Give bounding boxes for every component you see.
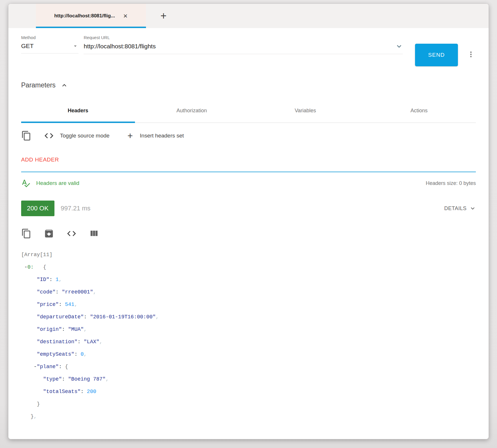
insert-headers-set-button[interactable]: + Insert headers set bbox=[127, 131, 184, 140]
json-punctuation: : bbox=[56, 289, 62, 295]
toggle-source-mode-button[interactable]: Toggle source mode bbox=[44, 131, 109, 141]
tab-authorization[interactable]: Authorization bbox=[135, 105, 249, 122]
add-header-button[interactable]: ADD HEADER bbox=[21, 157, 59, 163]
json-punctuation bbox=[21, 364, 34, 370]
response-time: 997.21 ms bbox=[61, 205, 91, 212]
json-number: 0 bbox=[81, 351, 84, 357]
json-line: } bbox=[21, 398, 476, 410]
json-line: "price": 541, bbox=[21, 298, 476, 311]
chevron-down-icon[interactable] bbox=[395, 43, 403, 50]
json-punctuation: , bbox=[106, 376, 109, 382]
spellcheck-icon bbox=[21, 179, 30, 188]
request-tab[interactable]: http://localhost:8081/flig... ✕ bbox=[36, 4, 146, 28]
json-punctuation: : bbox=[62, 376, 68, 382]
method-value: GET bbox=[21, 43, 34, 49]
json-punctuation: : bbox=[74, 351, 81, 357]
json-punctuation: , bbox=[84, 351, 87, 357]
method-label: Method bbox=[21, 35, 78, 40]
table-view-button[interactable] bbox=[89, 229, 99, 238]
app-window: http://localhost:8081/flig... ✕ + Method… bbox=[8, 3, 489, 439]
json-key: "plane" bbox=[37, 364, 59, 370]
download-icon bbox=[44, 228, 54, 239]
json-key: "totalSeats" bbox=[43, 389, 81, 394]
close-icon[interactable]: ✕ bbox=[123, 13, 128, 19]
json-punctuation: , bbox=[84, 326, 87, 332]
details-button[interactable]: DETAILS bbox=[444, 205, 476, 212]
copy-headers-button[interactable] bbox=[21, 131, 32, 141]
url-input[interactable]: Request URL http://localhost:8081/flight… bbox=[84, 35, 403, 54]
json-punctuation: , bbox=[156, 314, 159, 320]
json-punctuation bbox=[21, 302, 37, 307]
json-line: "emptySeats": 0, bbox=[21, 348, 476, 361]
tab-bar: http://localhost:8081/flig... ✕ + bbox=[8, 4, 489, 28]
json-number: 541 bbox=[65, 302, 74, 307]
parameters-section-header: Parameters bbox=[21, 81, 476, 89]
json-line: }, bbox=[21, 410, 476, 423]
request-row: Method GET Request URL http://localhost:… bbox=[8, 28, 489, 66]
json-punctuation: , bbox=[59, 277, 62, 282]
json-punctuation: : bbox=[59, 364, 65, 370]
chevron-up-icon[interactable] bbox=[61, 82, 68, 89]
response-status-row: 200 OK 997.21 ms DETAILS bbox=[21, 201, 476, 216]
headers-divider bbox=[21, 172, 476, 172]
json-punctuation bbox=[21, 326, 37, 332]
json-punctuation: , bbox=[34, 414, 37, 419]
json-punctuation: { bbox=[65, 364, 68, 370]
json-punctuation bbox=[21, 401, 37, 407]
copy-response-button[interactable] bbox=[21, 228, 32, 239]
more-menu-button[interactable] bbox=[466, 49, 476, 60]
json-punctuation bbox=[21, 414, 30, 419]
json-punctuation: { bbox=[43, 264, 46, 270]
save-response-button[interactable] bbox=[44, 228, 54, 239]
dropdown-arrow-icon bbox=[72, 43, 78, 49]
response-body: [Array[11] -0: { "ID": 1, "code": "rree0… bbox=[8, 239, 489, 426]
json-line: -"plane": { bbox=[21, 361, 476, 373]
json-punctuation: , bbox=[74, 302, 78, 307]
new-tab-button[interactable]: + bbox=[158, 10, 169, 22]
json-punctuation bbox=[21, 351, 37, 357]
kebab-menu-icon bbox=[467, 51, 475, 58]
json-line: "departureDate": "2016-01-19T16:00:00", bbox=[21, 311, 476, 323]
toggle-source-mode-label: Toggle source mode bbox=[60, 133, 109, 139]
json-punctuation: : bbox=[77, 339, 84, 345]
json-line: "totalSeats": 200 bbox=[21, 385, 476, 398]
json-string: "Boeing 787" bbox=[68, 376, 106, 382]
json-string: "MUA" bbox=[68, 326, 84, 332]
json-key: "departureDate" bbox=[37, 314, 84, 320]
json-punctuation: : bbox=[59, 302, 65, 307]
code-icon bbox=[66, 228, 77, 239]
json-string: "LAX" bbox=[84, 339, 99, 345]
tab-headers[interactable]: Headers bbox=[21, 105, 135, 122]
json-number: 1 bbox=[56, 277, 59, 282]
tab-actions[interactable]: Actions bbox=[362, 105, 476, 122]
status-badge: 200 OK bbox=[21, 201, 54, 216]
json-punctuation bbox=[21, 264, 24, 270]
json-punctuation bbox=[21, 277, 37, 282]
json-line: "ID": 1, bbox=[21, 273, 476, 286]
view-source-button[interactable] bbox=[66, 228, 77, 239]
json-punctuation: [ bbox=[21, 252, 24, 258]
code-icon bbox=[44, 131, 54, 141]
plus-icon: + bbox=[127, 131, 133, 140]
json-punctuation: : bbox=[62, 326, 68, 332]
json-line: -0: { bbox=[21, 261, 476, 273]
send-button[interactable]: SEND bbox=[415, 44, 458, 66]
json-punctuation bbox=[34, 264, 43, 270]
json-key: "origin" bbox=[37, 326, 62, 332]
json-collapse-toggle[interactable]: - bbox=[24, 264, 28, 270]
response-toolbar bbox=[21, 228, 476, 239]
json-collapse-toggle[interactable]: - bbox=[34, 364, 37, 370]
json-punctuation bbox=[21, 376, 43, 382]
json-punctuation: : bbox=[81, 389, 87, 394]
headers-size-text: Headers size: 0 bytes bbox=[426, 180, 476, 186]
json-punctuation: , bbox=[99, 339, 103, 345]
json-punctuation bbox=[21, 289, 37, 295]
tab-variables[interactable]: Variables bbox=[248, 105, 362, 122]
json-line: [Array[11] bbox=[21, 249, 476, 261]
insert-headers-set-label: Insert headers set bbox=[140, 133, 184, 139]
json-punctuation bbox=[21, 314, 37, 320]
json-punctuation: : bbox=[49, 277, 56, 282]
method-select[interactable]: Method GET bbox=[21, 35, 78, 54]
json-string: "rree0001" bbox=[62, 289, 93, 295]
chevron-down-icon bbox=[469, 205, 476, 212]
